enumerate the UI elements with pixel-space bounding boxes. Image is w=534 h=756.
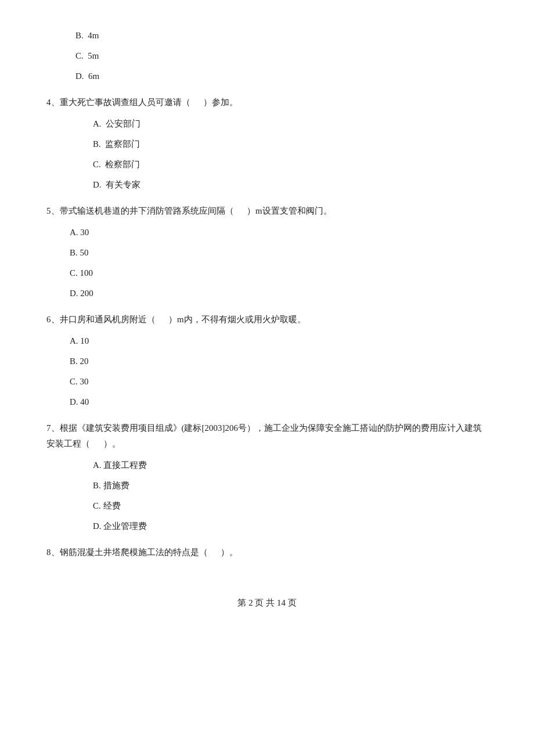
- question-4-options: A. 公安部门 B. 监察部门 C. 检察部门 D. 有关专家: [64, 116, 488, 193]
- q7-option-a: A. 直接工程费: [87, 458, 488, 473]
- q7-option-b: B. 措施费: [87, 478, 488, 494]
- q6-option-b: B. 20: [64, 354, 488, 369]
- question-6-text: 6、井口房和通风机房附近（ ）m内，不得有烟火或用火炉取暖。: [46, 315, 306, 324]
- partial-options-top: B. 4m C. 5m D. 6m: [46, 28, 488, 84]
- question-5: 5、带式输送机巷道的井下消防管路系统应间隔（ ）m设置支管和阀门。: [46, 203, 488, 219]
- q4-option-b: B. 监察部门: [87, 136, 488, 152]
- q5-option-d: D. 200: [64, 286, 488, 301]
- question-4: 4、重大死亡事故调查组人员可邀请（ ）参加。: [46, 95, 488, 110]
- question-7-options: A. 直接工程费 B. 措施费 C. 经费 D. 企业管理费: [64, 458, 488, 534]
- q6-option-c: C. 30: [64, 374, 488, 390]
- question-4-text: 4、重大死亡事故调查组人员可邀请（ ）参加。: [46, 98, 238, 107]
- page-footer: 第 2 页 共 14 页: [46, 595, 488, 611]
- option-d-6m: D. 6m: [70, 69, 488, 84]
- option-c-5m: C. 5m: [70, 48, 488, 64]
- q4-option-d: D. 有关专家: [87, 177, 488, 193]
- option-label: C. 5m: [75, 51, 99, 60]
- q5-option-b: B. 50: [64, 245, 488, 261]
- option-label: B. 4m: [75, 31, 99, 40]
- question-6: 6、井口房和通风机房附近（ ）m内，不得有烟火或用火炉取暖。: [46, 312, 488, 327]
- q7-option-d: D. 企业管理费: [87, 519, 488, 534]
- q7-option-c: C. 经费: [87, 498, 488, 514]
- q5-option-a: A. 30: [64, 225, 488, 240]
- q4-option-c: C. 检察部门: [87, 157, 488, 172]
- question-5-options: A. 30 B. 50 C. 100 D. 200: [64, 225, 488, 301]
- question-6-options: A. 10 B. 20 C. 30 D. 40: [64, 333, 488, 410]
- option-label: D. 6m: [75, 71, 99, 81]
- q5-option-c: C. 100: [64, 265, 488, 281]
- question-5-text: 5、带式输送机巷道的井下消防管路系统应间隔（ ）m设置支管和阀门。: [46, 206, 332, 215]
- question-8-text: 8、钢筋混凝土井塔爬模施工法的特点是（ ）。: [46, 548, 238, 557]
- question-7: 7、根据《建筑安装费用项目组成》(建标[2003]206号），施工企业为保障安全…: [46, 420, 488, 452]
- option-b-4m: B. 4m: [70, 28, 488, 44]
- q6-option-d: D. 40: [64, 394, 488, 410]
- q4-option-a: A. 公安部门: [87, 116, 488, 132]
- question-7-text: 7、根据《建筑安装费用项目组成》(建标[2003]206号），施工企业为保障安全…: [46, 423, 482, 448]
- page-number: 第 2 页 共 14 页: [237, 598, 296, 607]
- question-8: 8、钢筋混凝土井塔爬模施工法的特点是（ ）。: [46, 545, 488, 560]
- q6-option-a: A. 10: [64, 333, 488, 349]
